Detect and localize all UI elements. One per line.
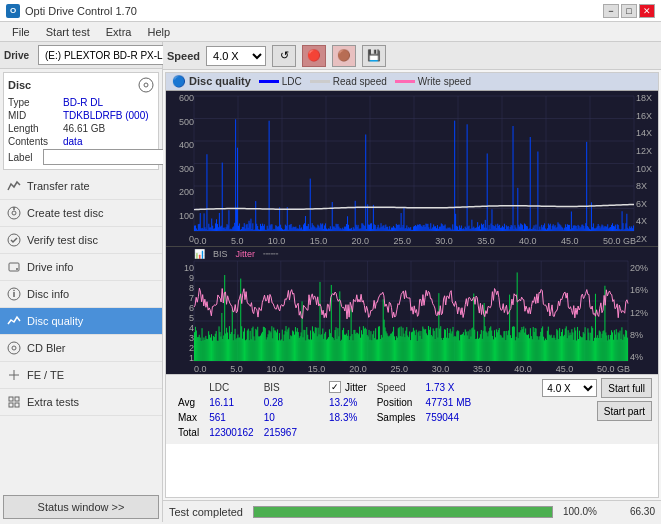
max-label: Max <box>174 411 203 424</box>
speed-select[interactable]: 4.0 X <box>206 46 266 66</box>
stats-table: LDC BIS ✓ Jitter Speed 1.73 X <box>172 378 477 441</box>
menu-help[interactable]: Help <box>139 24 178 40</box>
settings-button2[interactable]: 🟤 <box>332 45 356 67</box>
total-ldc: 12300162 <box>205 426 258 439</box>
menu-start-test[interactable]: Start test <box>38 24 98 40</box>
sidebar-item-verify-test-disc[interactable]: Verify test disc <box>0 227 162 254</box>
svg-point-11 <box>8 342 20 354</box>
progress-fill <box>254 507 552 517</box>
chart-title: 🔵 Disc quality <box>172 75 251 88</box>
legend-ldc: LDC <box>259 76 302 87</box>
svg-point-10 <box>13 290 15 292</box>
cd-bler-icon <box>6 340 22 356</box>
jitter-section: ✓ Jitter <box>329 381 367 393</box>
refresh-button[interactable]: ↺ <box>272 45 296 67</box>
sidebar-item-transfer-rate[interactable]: Transfer rate <box>0 173 162 200</box>
chart-area: 🔵 Disc quality LDC Read speed Write spee… <box>165 72 659 498</box>
fe-te-icon <box>6 367 22 383</box>
extra-tests-icon <box>6 394 22 410</box>
disc-contents-row: Contents data <box>8 136 154 147</box>
transfer-rate-icon <box>6 178 22 194</box>
legend-write-speed: Write speed <box>395 76 471 87</box>
drive-info-icon <box>6 259 22 275</box>
disc-quality-icon <box>6 313 22 329</box>
main-area: Drive (E:) PLEXTOR BD-R PX-LB950SA 1.06 … <box>0 42 661 522</box>
titlebar-controls: − □ ✕ <box>603 4 655 18</box>
length-value: 46.61 GB <box>63 123 154 134</box>
bottom-chart: 📊 BIS Jitter ╌╌╌ 10987654321 20%16%12%8%… <box>166 246 658 374</box>
svg-rect-17 <box>9 403 13 407</box>
titlebar: O Opti Drive Control 1.70 − □ ✕ <box>0 0 661 22</box>
disc-panel-header: Disc <box>8 77 154 93</box>
disc-type-row: Type BD-R DL <box>8 97 154 108</box>
stats-area: LDC BIS ✓ Jitter Speed 1.73 X <box>166 374 658 444</box>
type-value: BD-R DL <box>63 97 154 108</box>
max-bis: 10 <box>260 411 301 424</box>
jitter-label: Jitter <box>345 382 367 393</box>
samples-label: Samples <box>373 411 420 424</box>
avg-bis: 0.28 <box>260 396 301 409</box>
speed-label: Speed <box>167 50 200 62</box>
menu-extra[interactable]: Extra <box>98 24 140 40</box>
top-chart: 6005004003002001000 18X16X14X12X10X8X6X4… <box>166 91 658 246</box>
samples-value: 759044 <box>422 411 476 424</box>
progress-label: 100.0% <box>563 506 597 517</box>
sidebar-item-cd-bler[interactable]: CD Bler <box>0 335 162 362</box>
speed-select-stats[interactable]: 4.0 X <box>542 379 597 397</box>
jitter-checkbox[interactable]: ✓ <box>329 381 341 393</box>
mid-label: MID <box>8 110 63 121</box>
svg-point-1 <box>144 83 148 87</box>
svg-point-3 <box>12 211 16 215</box>
avg-jitter: 13.2% <box>325 396 371 409</box>
nav-items: Transfer rate Create test disc Verify te… <box>0 173 162 492</box>
close-button[interactable]: ✕ <box>639 4 655 18</box>
sidebar-item-disc-info[interactable]: Disc info <box>0 281 162 308</box>
disc-icon <box>138 77 154 93</box>
menu-file[interactable]: File <box>4 24 38 40</box>
sidebar-item-drive-info[interactable]: Drive info <box>0 254 162 281</box>
statusbar: Test completed 100.0% 66.30 <box>163 500 661 522</box>
svg-rect-16 <box>15 397 19 401</box>
sidebar: Drive (E:) PLEXTOR BD-R PX-LB950SA 1.06 … <box>0 42 163 522</box>
label-text: Label <box>8 152 43 163</box>
maximize-button[interactable]: □ <box>621 4 637 18</box>
drive-section: Drive (E:) PLEXTOR BD-R PX-LB950SA 1.06 … <box>0 42 162 69</box>
total-bis: 215967 <box>260 426 301 439</box>
disc-label-row: Label ⋯ <box>8 149 154 165</box>
disc-panel: Disc Type BD-R DL MID TDKBLDRFB (000) Le… <box>3 72 159 170</box>
svg-point-12 <box>12 346 16 350</box>
statusbar-right-value: 66.30 <box>630 506 655 517</box>
disc-header-label: Disc <box>8 79 31 91</box>
position-value: 47731 MB <box>422 396 476 409</box>
svg-point-7 <box>16 268 18 270</box>
max-jitter: 18.3% <box>325 411 371 424</box>
sidebar-item-disc-quality[interactable]: Disc quality <box>0 308 162 335</box>
mid-value: TDKBLDRFB (000) <box>63 110 154 121</box>
save-button[interactable]: 💾 <box>362 45 386 67</box>
type-label: Type <box>8 97 63 108</box>
svg-point-0 <box>139 78 153 92</box>
app-title: Opti Drive Control 1.70 <box>25 5 137 17</box>
max-ldc: 561 <box>205 411 258 424</box>
titlebar-left: O Opti Drive Control 1.70 <box>6 4 137 18</box>
contents-value: data <box>63 136 154 147</box>
status-window-button[interactable]: Status window >> <box>3 495 159 519</box>
minimize-button[interactable]: − <box>603 4 619 18</box>
position-label: Position <box>373 396 420 409</box>
status-text: Test completed <box>169 506 243 518</box>
verify-disc-icon <box>6 232 22 248</box>
length-label: Length <box>8 123 63 134</box>
start-full-button[interactable]: Start full <box>601 378 652 398</box>
svg-rect-18 <box>15 403 19 407</box>
settings-button1[interactable]: 🔴 <box>302 45 326 67</box>
sidebar-item-create-test-disc[interactable]: Create test disc <box>0 200 162 227</box>
speed-value: 1.73 X <box>422 380 476 394</box>
sidebar-item-extra-tests[interactable]: Extra tests <box>0 389 162 416</box>
content-area: Speed 4.0 X ↺ 🔴 🟤 💾 🔵 Disc quality LDC R… <box>163 42 661 522</box>
disc-info-icon <box>6 286 22 302</box>
avg-label: Avg <box>174 396 203 409</box>
sidebar-item-fe-te[interactable]: FE / TE <box>0 362 162 389</box>
start-part-button[interactable]: Start part <box>597 401 652 421</box>
label-input[interactable] <box>43 149 172 165</box>
drive-label: Drive <box>4 50 34 61</box>
